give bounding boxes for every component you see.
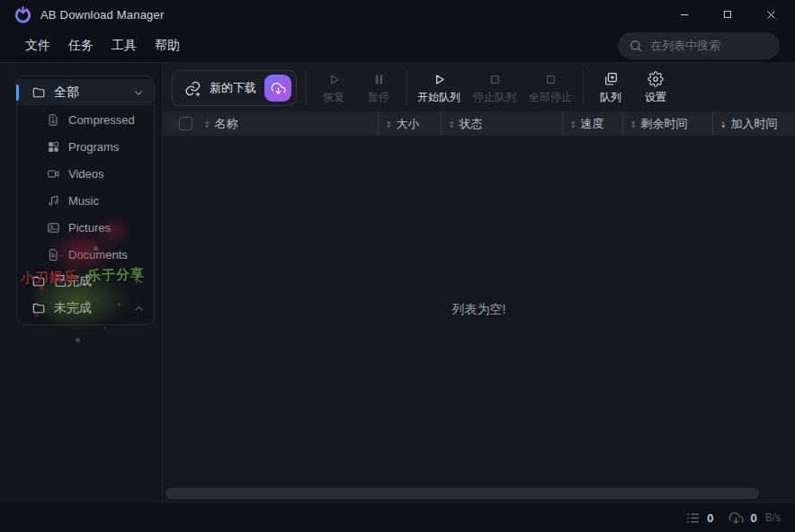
column-header-added[interactable]: 加入时间 <box>712 111 795 136</box>
toolbar-separator <box>306 70 307 106</box>
app-title: AB Download Manager <box>40 8 165 22</box>
search-box[interactable] <box>618 32 780 59</box>
sidebar-item-documents[interactable]: Documents <box>17 241 154 268</box>
sidebar-column: 全部 Compressed Programs <box>0 63 163 503</box>
chevron-up-icon <box>133 276 145 288</box>
pause-button[interactable]: 暂停 <box>361 71 397 105</box>
resume-button[interactable]: 恢复 <box>316 71 352 105</box>
toolbar-separator <box>583 70 584 106</box>
table-header: 名称 大小 状态 速度 剩余时间 <box>163 111 795 136</box>
select-all-checkbox[interactable] <box>179 117 192 130</box>
sidebar-item-label: 全部 <box>54 84 79 101</box>
list-icon <box>685 510 701 526</box>
new-download-button[interactable]: 新的下载 <box>172 70 297 106</box>
sidebar-item-all[interactable]: 全部 <box>17 79 154 106</box>
toolbar: 新的下载 恢复 暂停 <box>163 63 795 111</box>
sidebar-item-finished[interactable]: 已完成 <box>17 268 154 295</box>
sort-icon-descending <box>720 120 726 129</box>
maximize-button[interactable] <box>714 3 741 26</box>
settings-button[interactable]: 设置 <box>638 71 674 105</box>
app-window: AB Download Manager 文件 任务 工具 帮助 <box>0 0 795 532</box>
column-header-name[interactable]: 名称 <box>204 111 378 136</box>
horizontal-scrollbar <box>163 483 795 503</box>
sidebar-item-label: Compressed <box>68 113 135 127</box>
sidebar-item-label: 未完成 <box>54 300 92 316</box>
zip-file-icon <box>47 113 60 127</box>
queues-button[interactable]: 队列 <box>593 71 629 105</box>
music-note-icon <box>47 194 60 208</box>
play-icon <box>432 71 447 87</box>
download-cloud-button[interactable] <box>264 75 291 102</box>
column-header-size[interactable]: 大小 <box>378 111 441 136</box>
chevron-down-icon <box>132 86 145 99</box>
sidebar-item-compressed[interactable]: Compressed <box>17 106 154 133</box>
sidebar-item-label: Documents <box>68 248 128 262</box>
window-controls <box>671 3 784 26</box>
stop-icon <box>543 71 558 87</box>
sort-icon <box>630 120 636 129</box>
gear-icon <box>648 71 664 87</box>
programs-grid-icon <box>47 140 60 154</box>
folder-icon <box>31 301 46 315</box>
empty-list-message: 列表为空! <box>452 302 506 318</box>
speed-value: 0 <box>750 511 756 525</box>
folder-icon <box>31 85 46 100</box>
picture-icon <box>47 221 60 235</box>
close-button[interactable] <box>757 3 784 26</box>
statusbar: 0 0 B/s <box>0 503 795 532</box>
download-cloud-icon <box>728 510 744 526</box>
sidebar-item-music[interactable]: Music <box>17 187 154 214</box>
column-header-speed[interactable]: 速度 <box>562 111 622 136</box>
sidebar-item-label: Videos <box>68 167 104 181</box>
selected-indicator <box>16 84 19 101</box>
sidebar-item-label: Pictures <box>68 221 111 235</box>
document-icon <box>47 248 60 262</box>
main-area: 新的下载 恢复 暂停 <box>163 63 795 503</box>
column-header-status[interactable]: 状态 <box>441 111 562 136</box>
speed-unit: B/s <box>765 511 781 524</box>
content: 全部 Compressed Programs <box>0 63 795 503</box>
sidebar-item-label: Programs <box>68 140 119 154</box>
stop-queue-button[interactable]: 停止队列 <box>471 71 518 105</box>
new-download-label: 新的下载 <box>210 80 256 96</box>
pause-icon <box>371 71 387 87</box>
sidebar-item-programs[interactable]: Programs <box>17 133 154 160</box>
sidebar-item-videos[interactable]: Videos <box>17 160 154 187</box>
menu-file[interactable]: 文件 <box>16 32 59 59</box>
sidebar-item-pictures[interactable]: Pictures <box>17 214 154 241</box>
sidebar-panel: 全部 Compressed Programs <box>16 75 155 325</box>
queues-icon <box>603 71 619 87</box>
sort-icon <box>449 120 454 129</box>
sort-icon <box>386 120 391 129</box>
sidebar-item-label: 已完成 <box>54 273 92 289</box>
chevron-up-icon <box>133 303 145 315</box>
menu-help[interactable]: 帮助 <box>146 32 189 59</box>
menu-tasks[interactable]: 任务 <box>59 32 103 59</box>
search-icon <box>629 39 643 53</box>
toolbar-separator <box>406 70 406 106</box>
download-count: 0 <box>707 511 713 525</box>
play-icon <box>326 71 342 87</box>
sort-icon <box>204 120 210 129</box>
titlebar: AB Download Manager <box>0 0 795 29</box>
menu-tools[interactable]: 工具 <box>103 32 146 59</box>
sort-icon <box>570 120 576 129</box>
horizontal-scrollbar-thumb[interactable] <box>165 488 759 499</box>
app-logo-icon <box>13 5 32 24</box>
folder-icon <box>31 274 46 288</box>
video-camera-icon <box>47 167 60 181</box>
sidebar-item-unfinished[interactable]: 未完成 <box>17 295 154 322</box>
stop-icon <box>487 71 503 87</box>
start-queue-button[interactable]: 开始队列 <box>415 71 462 105</box>
link-plus-icon <box>184 80 201 97</box>
search-input[interactable] <box>650 39 769 52</box>
sidebar-item-label: Music <box>68 194 99 208</box>
download-list-empty-area: 列表为空! <box>163 136 795 483</box>
stop-all-button[interactable]: 全部停止 <box>527 71 574 105</box>
column-header-eta[interactable]: 剩余时间 <box>622 111 712 136</box>
minimize-button[interactable] <box>671 3 698 26</box>
menubar: 文件 任务 工具 帮助 <box>0 29 795 63</box>
